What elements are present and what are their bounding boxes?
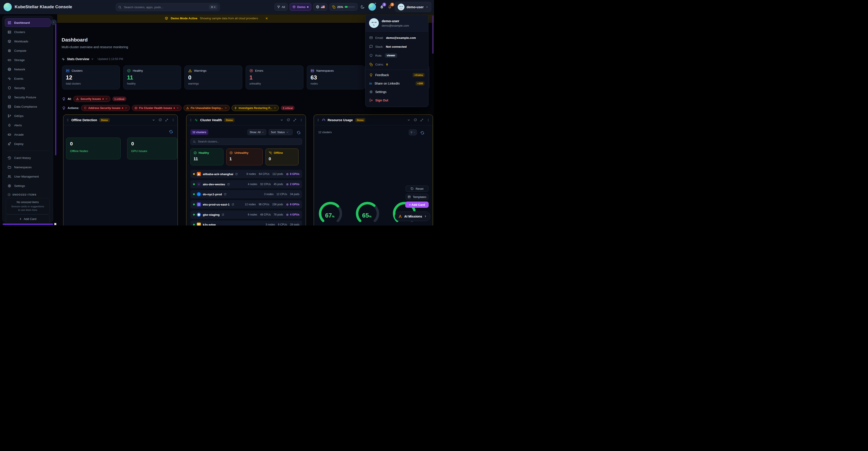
sidebar-item-workloads[interactable]: Workloads [5, 37, 51, 46]
ai-missions-button[interactable]: AI Missions [395, 212, 430, 221]
drag-handle-icon[interactable] [66, 118, 69, 122]
circle-x-icon [249, 69, 253, 73]
chevron-right-icon [424, 215, 427, 218]
card-menu-button[interactable] [427, 118, 430, 122]
sidebar-item-security-posture[interactable]: Security Posture [5, 93, 51, 102]
sidebar-collapse-button[interactable] [51, 20, 57, 25]
stat-sublabel: warnings [188, 82, 239, 85]
stat-card-errors[interactable]: Errors 1 unhealthy [246, 65, 304, 89]
demo-mode-button[interactable]: Demo [290, 3, 311, 11]
bell-icon [7, 123, 11, 127]
cluster-row-gke[interactable]: ⬢ gke-staging 6 nodes48 CPUs78 pods 4 GP… [190, 210, 302, 219]
card-menu-button[interactable] [172, 118, 175, 122]
stat-card-warnings[interactable]: Warnings 0 warnings [184, 65, 242, 89]
stat-card-namespaces[interactable]: Namespaces 63 nodes [307, 65, 365, 89]
sidebar-item-arcade[interactable]: Arcade [5, 130, 51, 139]
filter-button[interactable] [409, 130, 417, 135]
notifications-button[interactable]: 2 [387, 4, 393, 10]
sidebar-item-data-compliance[interactable]: Data Compliance [5, 102, 51, 111]
actions-label: Actions: [68, 106, 79, 110]
assistant-avatar-button[interactable] [368, 2, 377, 11]
sidebar-item-security[interactable]: Security [5, 84, 51, 92]
external-link-icon[interactable] [224, 193, 226, 196]
sidebar-item-user-management[interactable]: User Management [5, 172, 51, 181]
external-link-icon[interactable] [227, 183, 230, 186]
action-chip-fix-unavailable-deploy[interactable]: Fix Unavailable Deploy... [184, 105, 229, 111]
action-chip-investigate-restarting[interactable]: Investigate Restarting P... [231, 105, 279, 111]
global-search[interactable]: ⌘ K [116, 3, 220, 11]
cluster-row-aks[interactable]: ⁘ aks-dev-westeu 4 nodes32 CPUs45 pods 2… [190, 180, 302, 189]
sidebar-item-card-history[interactable]: Card History [5, 153, 51, 162]
page-scrollbar[interactable] [432, 16, 434, 54]
coins-progress[interactable]: 25% [330, 3, 358, 11]
sidebar-item-alerts[interactable]: Alerts [5, 121, 51, 130]
action-chip-fix-cluster-health[interactable]: Fix Cluster Health Issues [132, 105, 182, 111]
stats-overview-toggle[interactable]: Stats Overview Updated 1:13:55 PM [62, 57, 123, 61]
card-menu-button[interactable] [300, 118, 303, 122]
ai-chip-security-issues[interactable]: Security Issues [73, 96, 111, 102]
external-link-icon[interactable] [222, 213, 224, 216]
menu-item-sign-out[interactable]: Sign Out [366, 96, 428, 105]
language-button[interactable] [313, 3, 328, 11]
sidebar-item-settings[interactable]: Settings [5, 181, 51, 190]
horizontal-scrollbar[interactable] [3, 224, 53, 225]
menu-item-share-linkedin[interactable]: in Share on LinkedIn +200 [366, 79, 428, 88]
sort-select[interactable]: Sort: Status [269, 129, 290, 135]
refresh-button[interactable] [420, 130, 425, 136]
menu-item-feedback[interactable]: Feedback +Coins [366, 71, 428, 79]
drag-handle-icon[interactable] [189, 118, 192, 122]
cluster-search-input[interactable] [197, 140, 300, 143]
collapse-card-button[interactable] [280, 118, 283, 122]
search-input[interactable] [123, 5, 207, 9]
chat-icon [413, 118, 417, 122]
external-link-icon[interactable] [235, 173, 238, 175]
drag-handle-icon[interactable] [317, 118, 320, 122]
last-updated: Updated 1:13:55 PM [97, 57, 123, 61]
show-filter-select[interactable]: Show: All [247, 129, 266, 135]
stat-card-healthy[interactable]: Healthy 11 healthy [123, 65, 181, 89]
expand-button[interactable] [293, 118, 296, 122]
sidebar-item-compute[interactable]: Compute [5, 47, 51, 55]
add-card-button[interactable]: + Add Card [405, 201, 429, 208]
cluster-row-k3s[interactable]: λ k3s-edge 3 nodes6 CPUs28 pods [190, 220, 302, 225]
filter-all-button[interactable]: All [274, 3, 288, 11]
expand-button[interactable] [420, 118, 423, 122]
bug-report-button[interactable]: 1 [379, 4, 385, 10]
menu-item-settings[interactable]: Settings [366, 88, 428, 96]
external-link-icon[interactable] [231, 203, 234, 206]
sidebar-item-dashboard[interactable]: Dashboard [5, 19, 51, 27]
user-menu-button[interactable]: demo-user [395, 2, 431, 12]
status-value: 11 [193, 157, 220, 161]
sort-direction-button[interactable] [288, 129, 292, 135]
stat-card-clusters[interactable]: Clusters 12 total clusters [62, 65, 120, 89]
chat-button[interactable] [413, 118, 417, 122]
sidebar-item-network[interactable]: Network [5, 65, 51, 74]
collapse-card-button[interactable] [152, 118, 155, 122]
sidebar-item-deploy[interactable]: Deploy [5, 140, 51, 148]
healthy-status-box[interactable]: Healthy 11 [190, 148, 223, 165]
cluster-row-eks[interactable]: ⬡ eks-prod-us-east-1 12 nodes96 CPUs156 … [190, 200, 302, 208]
sidebar-scrollbar[interactable] [55, 21, 56, 156]
templates-button[interactable]: Templates [406, 194, 429, 200]
sidebar-item-namespaces[interactable]: Namespaces [5, 163, 51, 171]
cluster-row-alibaba[interactable]: ◈ alibaba-ack-shanghai 8 nodes64 CPUs112… [190, 170, 302, 178]
sidebar-item-storage[interactable]: Storage [5, 56, 51, 64]
banner-close-button[interactable]: ✕ [264, 17, 269, 21]
theme-toggle[interactable] [360, 4, 366, 10]
action-chip-address-security[interactable]: Address Security Issues [81, 105, 130, 111]
chat-button[interactable] [158, 118, 162, 122]
unhealthy-status-box[interactable]: Unhealthy 1 [226, 148, 263, 165]
sidebar-item-events[interactable]: Events [5, 74, 51, 83]
sidebar-item-clusters[interactable]: Clusters [5, 28, 51, 36]
refresh-button[interactable] [296, 130, 302, 135]
chat-button[interactable] [287, 118, 290, 122]
cluster-search[interactable] [190, 138, 302, 145]
cluster-row-do[interactable]: ◔ do-nyc1-prod 3 nodes12 CPUs34 pods [190, 190, 302, 198]
sidebar-item-gitops[interactable]: GitOps [5, 112, 51, 120]
offline-status-box[interactable]: Offline 0 [266, 148, 299, 165]
expand-button[interactable] [165, 118, 168, 122]
refresh-button[interactable] [168, 129, 174, 135]
sidebar-add-card-button[interactable]: Add Card [6, 215, 50, 223]
reset-layout-button[interactable]: Reset [406, 186, 429, 192]
collapse-card-button[interactable] [407, 118, 410, 122]
